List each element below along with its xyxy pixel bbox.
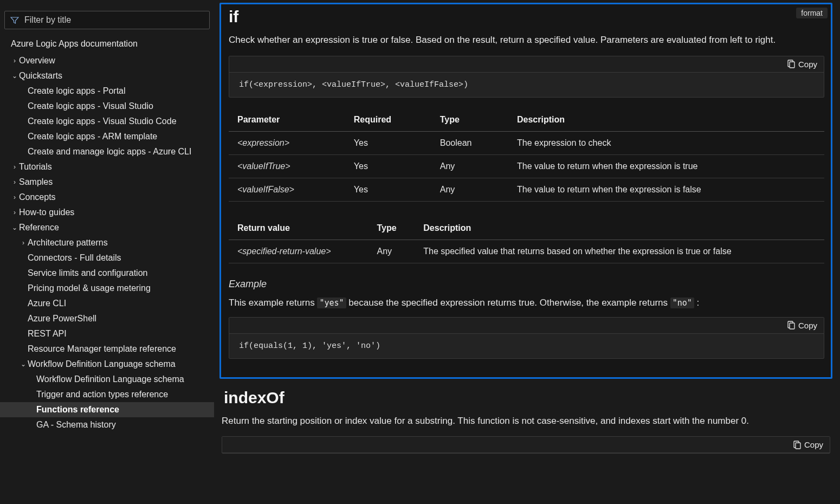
svg-rect-1 [790,323,794,329]
chevron-right-icon: › [11,57,18,64]
chevron-down-icon: ⌄ [11,224,18,231]
nav-label: Create logic apps - Portal [28,87,126,95]
nav-item[interactable]: Pricing model & usage metering [0,281,214,296]
nav-item[interactable]: Workflow Definition Language schema [0,372,214,387]
chevron-down-icon: ⌄ [11,73,18,79]
code-text: if(<expression>, <valueIfTrue>, <valueIf… [229,73,824,97]
nav-item[interactable]: Connectors - Full details [0,250,214,266]
nav-label: Azure CLI [28,299,66,308]
nav-label: How-to guides [19,208,74,217]
filter-box[interactable] [4,11,210,29]
copy-button[interactable]: Copy [787,321,817,330]
nav-label: Tutorials [19,163,52,171]
param-desc: The value to return when the expression … [508,178,824,201]
sidebar-nav: ›Overview⌄QuickstartsCreate logic apps -… [0,53,214,432]
parameters-table: Parameter Required Type Description <exp… [229,108,824,202]
nav-item[interactable]: ⌄Workflow Definition Language schema [0,357,214,372]
nav-label: Create logic apps - Visual Studio [28,102,153,111]
nav-item[interactable]: Resource Manager template reference [0,341,214,357]
sidebar: Azure Logic Apps documentation ›Overview… [0,0,214,504]
nav-item[interactable]: Create logic apps - ARM template [0,129,214,144]
svg-rect-0 [790,62,794,68]
return-desc: The specified value that returns based o… [415,240,824,263]
chevron-right-icon: › [20,240,27,246]
nav-item[interactable]: ›Concepts [0,190,214,205]
nav-item[interactable]: GA - Schema history [0,417,214,432]
th-return-value: Return value [229,217,368,240]
if-title: if [229,8,824,26]
nav-label: Quickstarts [19,72,62,80]
nav-item[interactable]: Create and manage logic apps - Azure CLI [0,144,214,159]
table-row: <valueIfFalse>YesAnyThe value to return … [229,178,824,201]
nav-item[interactable]: ⌄Quickstarts [0,68,214,83]
param-desc: The value to return when the expression … [508,154,824,178]
param-name: <valueIfFalse> [229,178,345,201]
nav-item[interactable]: ›Samples [0,175,214,190]
nav-item[interactable]: Create logic apps - Visual Studio [0,99,214,114]
chevron-right-icon: › [11,179,18,185]
nav-item[interactable]: REST API [0,326,214,341]
th-parameter: Parameter [229,108,345,132]
th-required: Required [345,108,431,132]
nav-item[interactable]: Functions reference [0,402,214,417]
nav-label: Concepts [19,193,56,202]
nav-item[interactable]: Create logic apps - Portal [0,83,214,99]
nav-label: Architecture patterns [28,238,108,247]
if-syntax-code: Copy if(<expression>, <valueIfTrue>, <va… [229,56,824,98]
nav-item[interactable]: ›Tutorials [0,159,214,175]
copy-icon [793,441,801,449]
indexof-syntax-code: Copy [222,436,830,454]
example-heading: Example [229,279,824,290]
svg-rect-2 [796,443,800,449]
param-type: Any [431,178,508,201]
if-section: format if Check whether an expression is… [219,3,832,379]
chevron-right-icon: › [11,164,18,170]
nav-label: Create logic apps - ARM template [28,132,157,141]
nav-label: Reference [19,223,59,232]
param-type: Any [431,154,508,178]
chevron-right-icon: › [11,194,18,201]
nav-label: REST API [28,329,67,338]
nav-item[interactable]: Azure PowerShell [0,311,214,326]
sidebar-root-title[interactable]: Azure Logic Apps documentation [0,35,214,53]
filter-input[interactable] [24,15,204,25]
nav-item[interactable]: ⌄Reference [0,220,214,235]
copy-label: Copy [804,440,823,449]
nav-item[interactable]: ›Architecture patterns [0,235,214,250]
return-type: Any [368,240,415,263]
th-description: Description [508,108,824,132]
nav-item[interactable]: Create logic apps - Visual Studio Code [0,114,214,129]
nav-item[interactable]: ›Overview [0,53,214,68]
copy-icon [787,321,795,329]
nav-label: Service limits and configuration [28,269,147,277]
indexof-section: indexOf Return the starting position or … [219,389,832,454]
nav-item[interactable]: Azure CLI [0,296,214,311]
nav-item[interactable]: Service limits and configuration [0,266,214,281]
indexof-title: indexOf [222,389,830,407]
table-row: <expression>YesBooleanThe expression to … [229,131,824,154]
th-return-desc: Description [415,217,824,240]
chevron-down-icon: ⌄ [20,361,27,367]
copy-icon [787,60,795,68]
param-required: Yes [345,154,431,178]
nav-label: Samples [19,178,53,186]
table-row: <specified-return-value>AnyThe specified… [229,240,824,263]
nav-item[interactable]: Trigger and action types reference [0,387,214,402]
chevron-right-icon: › [11,209,18,216]
nav-label: Create logic apps - Visual Studio Code [28,117,177,126]
param-desc: The expression to check [508,131,824,154]
copy-button[interactable]: Copy [793,440,823,449]
nav-label: Create and manage logic apps - Azure CLI [28,147,191,156]
code-text: if(equals(1, 1), 'yes', 'no') [229,334,824,358]
main-content: format if Check whether an expression is… [214,0,840,504]
nav-label: Resource Manager template reference [28,345,176,353]
param-name: <valueIfTrue> [229,154,345,178]
inline-code-yes: "yes" [317,298,346,308]
format-tag: format [796,8,828,18]
copy-button[interactable]: Copy [787,60,817,69]
nav-item[interactable]: ›How-to guides [0,205,214,220]
if-description: Check whether an expression is true or f… [229,34,824,47]
th-type: Type [431,108,508,132]
indexof-description: Return the starting position or index va… [222,415,830,428]
nav-label: Azure PowerShell [28,314,96,323]
